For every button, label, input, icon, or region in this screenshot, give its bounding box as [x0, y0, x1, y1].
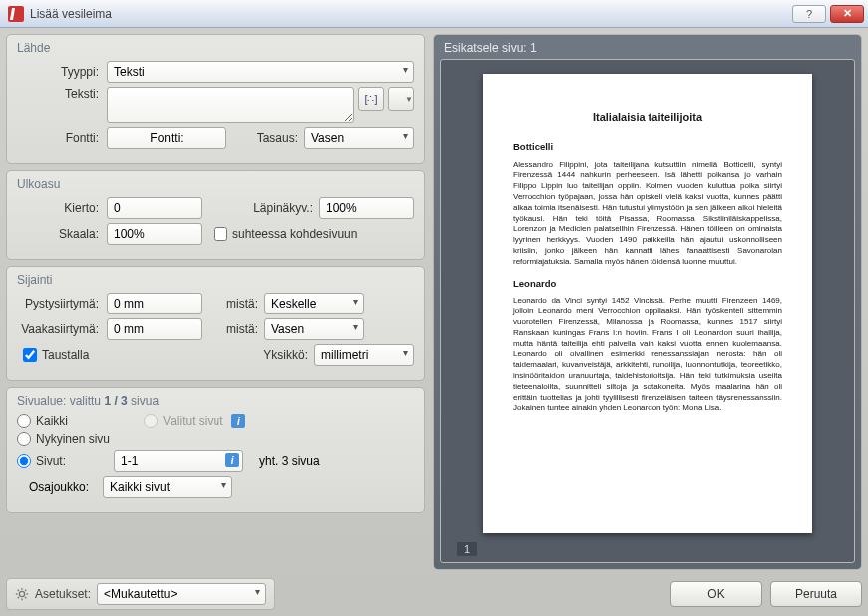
svg-line-5 [18, 590, 19, 591]
insert-field-button[interactable]: [∴] [358, 87, 384, 111]
scale-label: Skaala: [17, 227, 107, 241]
gear-icon [15, 587, 29, 601]
ok-button[interactable]: OK [670, 581, 762, 607]
settings-select[interactable]: <Mukautettu> [97, 583, 266, 605]
doc-paragraph: Alessandro Filippini, jota taiteilijana … [513, 160, 782, 268]
doc-heading: Italialaisia taiteilijoita [513, 110, 782, 125]
subset-label: Osajoukko: [17, 480, 95, 494]
location-title: Sijainti [17, 273, 414, 287]
range-all-radio[interactable] [17, 414, 31, 428]
opacity-label: Läpinäkyv.: [244, 201, 319, 215]
voffset-label: Pystysiirtymä: [17, 297, 107, 310]
rotation-label: Kierto: [17, 201, 107, 215]
title-bar: Lisää vesileima ? ✕ [0, 0, 868, 28]
range-pages-radio[interactable] [17, 454, 31, 468]
preview-title: Esikatsele sivu: 1 [444, 41, 851, 55]
settings-label: Asetukset: [35, 587, 91, 601]
opacity-input[interactable] [319, 197, 414, 219]
align-select[interactable]: Vasen [304, 127, 414, 149]
background-checkbox-label[interactable]: Taustalla [23, 348, 89, 362]
background-checkbox[interactable] [23, 348, 37, 362]
source-panel: Lähde Tyyppi: Teksti Teksti: [∴] ▼ Fontt… [6, 34, 425, 164]
text-label: Teksti: [17, 87, 107, 101]
range-pages-radio-label[interactable]: Sivut: [17, 454, 66, 468]
type-label: Tyyppi: [17, 65, 107, 79]
hoffset-input[interactable] [107, 318, 202, 340]
cancel-button[interactable]: Peruuta [770, 581, 862, 607]
hoffset-from-label: mistä: [219, 322, 264, 336]
type-select[interactable]: Teksti [107, 61, 414, 83]
app-icon [8, 6, 24, 22]
svg-line-8 [25, 590, 26, 591]
unit-select[interactable]: millimetri [314, 344, 414, 366]
preview-panel: Esikatsele sivu: 1 Italialaisia taiteili… [433, 34, 862, 570]
voffset-from-label: mistä: [219, 297, 264, 310]
location-panel: Sijainti Pystysiirtymä: mistä: Keskelle … [6, 266, 425, 381]
range-panel: Sivualue: valittu 1 / 3 sivua Kaikki Val… [6, 387, 425, 513]
svg-line-7 [18, 597, 19, 598]
appearance-title: Ulkoasu [17, 177, 414, 191]
preview-area[interactable]: Italialaisia taiteilijoita Botticelli Al… [440, 59, 855, 563]
range-selected-radio-label: Valitut sivut i [144, 414, 245, 428]
page-number-badge: 1 [457, 542, 477, 556]
rotation-input[interactable] [107, 197, 202, 219]
chevron-down-icon: ▼ [401, 95, 413, 104]
voffset-from-select[interactable]: Keskelle [264, 293, 364, 314]
voffset-input[interactable] [107, 293, 202, 314]
doc-subheading: Leonardo [513, 278, 782, 291]
relative-checkbox-label[interactable]: suhteessa kohdesivuun [214, 227, 357, 241]
help-button[interactable]: ? [792, 5, 826, 23]
range-selected-radio [144, 414, 158, 428]
source-title: Lähde [17, 41, 414, 55]
text-input[interactable] [107, 87, 354, 123]
info-icon[interactable]: i [231, 414, 245, 428]
relative-checkbox[interactable] [214, 227, 227, 241]
unit-label: Yksikkö: [254, 348, 314, 362]
range-all-radio-label[interactable]: Kaikki [17, 414, 68, 428]
subset-select[interactable]: Kaikki sivut [103, 476, 232, 498]
svg-line-6 [25, 597, 26, 598]
hoffset-label: Vaakasiirtymä: [17, 322, 107, 336]
preview-page: Italialaisia taiteilijoita Botticelli Al… [483, 74, 812, 533]
hoffset-from-select[interactable]: Vasen [264, 318, 364, 340]
font-label: Fontti: [17, 131, 107, 145]
range-title: Sivualue: valittu 1 / 3 sivua [17, 394, 414, 408]
scale-input[interactable] [107, 223, 202, 245]
window-title: Lisää vesileima [30, 7, 112, 21]
range-current-radio[interactable] [17, 432, 31, 446]
more-text-button[interactable]: ▼ [388, 87, 414, 111]
pages-input[interactable] [114, 450, 243, 472]
pages-total: yht. 3 sivua [259, 454, 320, 468]
field-icon: [∴] [364, 93, 377, 106]
appearance-panel: Ulkoasu Kierto: Läpinäkyv.: Skaala: suht… [6, 170, 425, 260]
font-button[interactable]: Fontti: [107, 127, 226, 149]
close-button[interactable]: ✕ [830, 5, 864, 23]
align-label: Tasaus: [244, 131, 304, 145]
settings-bar: Asetukset: <Mukautettu> [6, 578, 275, 610]
doc-subheading: Botticelli [513, 141, 782, 154]
range-current-radio-label[interactable]: Nykyinen sivu [17, 432, 110, 446]
doc-paragraph: Leonardo da Vinci syntyi 1452 Vincissä. … [513, 296, 782, 414]
svg-point-0 [19, 591, 24, 596]
info-icon[interactable]: i [225, 453, 239, 467]
